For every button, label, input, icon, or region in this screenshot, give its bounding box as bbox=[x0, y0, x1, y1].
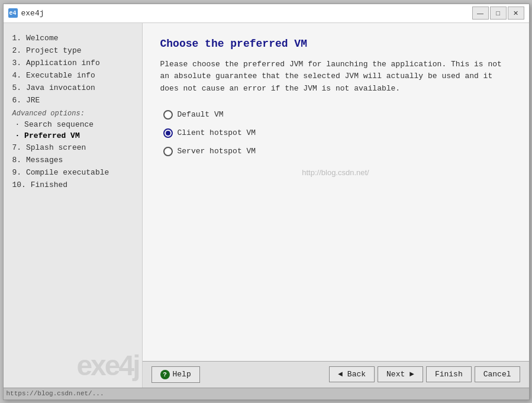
sidebar-item-executable-info[interactable]: 4. Executable info bbox=[4, 69, 142, 82]
vm-radio-group: Default VM Client hotspot VM Server hots… bbox=[163, 110, 511, 156]
sidebar-logo: exe4j bbox=[76, 349, 138, 382]
sidebar-item-project-type[interactable]: 2. Project type bbox=[4, 44, 142, 57]
footer: ? Help ◄ Back Next ► Finish Cancel bbox=[143, 361, 529, 388]
back-button[interactable]: ◄ Back bbox=[329, 366, 375, 382]
footer-left: ? Help bbox=[151, 366, 200, 383]
radio-circle-client-hotspot bbox=[163, 128, 173, 138]
radio-option-server-hotspot[interactable]: Server hotspot VM bbox=[163, 147, 511, 156]
radio-label-client-hotspot: Client hotspot VM bbox=[178, 128, 256, 137]
title-bar: e4 exe4j — □ ✕ bbox=[4, 4, 529, 23]
content-body: Choose the preferred VM Please choose th… bbox=[143, 23, 529, 361]
finish-button[interactable]: Finish bbox=[426, 366, 472, 382]
sidebar: 1. Welcome 2. Project type 3. Applicatio… bbox=[4, 23, 143, 388]
maximize-button[interactable]: □ bbox=[490, 7, 507, 20]
main-content: 1. Welcome 2. Project type 3. Applicatio… bbox=[4, 23, 529, 388]
watermark: http://blog.csdn.net/ bbox=[160, 156, 511, 189]
app-icon: e4 bbox=[8, 8, 18, 18]
advanced-options-label: Advanced options: bbox=[4, 107, 142, 119]
help-button[interactable]: ? Help bbox=[151, 366, 200, 383]
sidebar-item-java-invocation[interactable]: 5. Java invocation bbox=[4, 82, 142, 94]
radio-circle-default-vm bbox=[163, 110, 173, 120]
sidebar-item-splash-screen[interactable]: 7. Splash screen bbox=[4, 141, 142, 154]
sidebar-item-search-sequence[interactable]: · Search sequence bbox=[4, 119, 142, 130]
minimize-button[interactable]: — bbox=[472, 7, 489, 20]
main-window: e4 exe4j — □ ✕ 1. Welcome 2. Project typ… bbox=[3, 4, 530, 400]
next-button[interactable]: Next ► bbox=[378, 366, 423, 382]
status-bar: https://blog.csdn.net/... bbox=[4, 388, 529, 399]
footer-right: ◄ Back Next ► Finish Cancel bbox=[329, 366, 520, 382]
cancel-button[interactable]: Cancel bbox=[475, 366, 520, 382]
sidebar-item-welcome[interactable]: 1. Welcome bbox=[4, 32, 142, 44]
status-text: https://blog.csdn.net/... bbox=[7, 390, 104, 397]
content-title: Choose the preferred VM bbox=[160, 38, 511, 50]
sidebar-item-compile-executable[interactable]: 9. Compile executable bbox=[4, 166, 142, 179]
title-bar-controls: — □ ✕ bbox=[472, 7, 524, 20]
radio-option-default-vm[interactable]: Default VM bbox=[163, 110, 511, 120]
content-description: Please choose the preferred JVM for laun… bbox=[160, 59, 511, 95]
radio-option-client-hotspot[interactable]: Client hotspot VM bbox=[163, 128, 511, 138]
radio-circle-server-hotspot bbox=[163, 147, 173, 156]
title-bar-left: e4 exe4j bbox=[8, 8, 44, 18]
window-title: exe4j bbox=[21, 9, 44, 18]
sidebar-item-messages[interactable]: 8. Messages bbox=[4, 154, 142, 166]
sidebar-item-finished[interactable]: 10. Finished bbox=[4, 179, 142, 191]
close-button[interactable]: ✕ bbox=[508, 7, 524, 20]
radio-label-default-vm: Default VM bbox=[178, 110, 224, 119]
radio-dot-client-hotspot bbox=[166, 131, 170, 136]
sidebar-nav: 1. Welcome 2. Project type 3. Applicatio… bbox=[4, 29, 142, 382]
content-area: Choose the preferred VM Please choose th… bbox=[143, 23, 529, 388]
radio-label-server-hotspot: Server hotspot VM bbox=[178, 147, 256, 156]
help-icon: ? bbox=[160, 370, 170, 379]
sidebar-item-preferred-vm[interactable]: · Preferred VM bbox=[4, 130, 142, 141]
sidebar-item-jre[interactable]: 6. JRE bbox=[4, 94, 142, 107]
sidebar-item-application-info[interactable]: 3. Application info bbox=[4, 57, 142, 69]
